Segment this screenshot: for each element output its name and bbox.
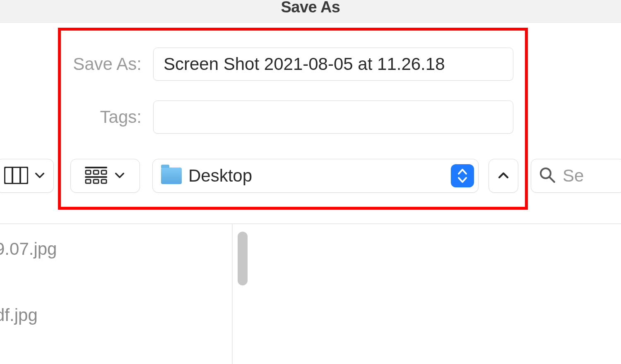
search-icon bbox=[539, 166, 556, 185]
save-as-label: Save As: bbox=[0, 54, 153, 74]
filename-input[interactable] bbox=[153, 48, 513, 81]
tags-row: Tags: bbox=[0, 101, 621, 134]
list-item[interactable]: 9.07.jpg bbox=[0, 239, 232, 259]
list-item[interactable]: df.jpg bbox=[0, 305, 232, 325]
svg-rect-4 bbox=[86, 170, 91, 174]
search-placeholder: Se bbox=[563, 166, 584, 186]
preview-column bbox=[232, 224, 621, 364]
chevron-down-icon bbox=[114, 170, 125, 182]
columns-view-icon bbox=[4, 167, 28, 185]
file-browser: 9.07.jpg df.jpg bbox=[0, 224, 621, 364]
save-location-label: Desktop bbox=[188, 166, 444, 186]
folder-icon bbox=[161, 168, 182, 184]
svg-rect-0 bbox=[5, 167, 28, 184]
chevron-down-icon bbox=[34, 170, 46, 182]
updown-arrows-icon bbox=[451, 164, 474, 187]
dialog-titlebar: Save As bbox=[0, 0, 621, 23]
scrollbar-thumb[interactable] bbox=[238, 232, 248, 285]
svg-rect-9 bbox=[94, 180, 99, 183]
save-as-row: Save As: bbox=[0, 48, 621, 81]
svg-rect-6 bbox=[101, 170, 106, 174]
collapse-dialog-button[interactable] bbox=[489, 159, 518, 193]
svg-rect-5 bbox=[94, 170, 99, 174]
svg-rect-10 bbox=[101, 180, 106, 183]
svg-point-11 bbox=[541, 168, 551, 178]
save-location-select[interactable]: Desktop bbox=[152, 159, 479, 193]
view-mode-button[interactable] bbox=[0, 159, 54, 193]
svg-line-12 bbox=[550, 177, 554, 182]
items-grid-icon bbox=[85, 166, 107, 186]
tags-label: Tags: bbox=[0, 107, 153, 127]
dialog-title: Save As bbox=[281, 0, 340, 16]
file-list-column: 9.07.jpg df.jpg bbox=[0, 224, 232, 364]
group-items-button[interactable] bbox=[70, 159, 140, 193]
location-toolbar: Desktop Se bbox=[0, 157, 621, 194]
chevron-up-icon bbox=[497, 169, 510, 183]
search-field[interactable]: Se bbox=[531, 159, 621, 193]
svg-rect-8 bbox=[86, 180, 91, 183]
tags-input[interactable] bbox=[153, 101, 513, 134]
save-form: Save As: Tags: bbox=[0, 23, 621, 153]
